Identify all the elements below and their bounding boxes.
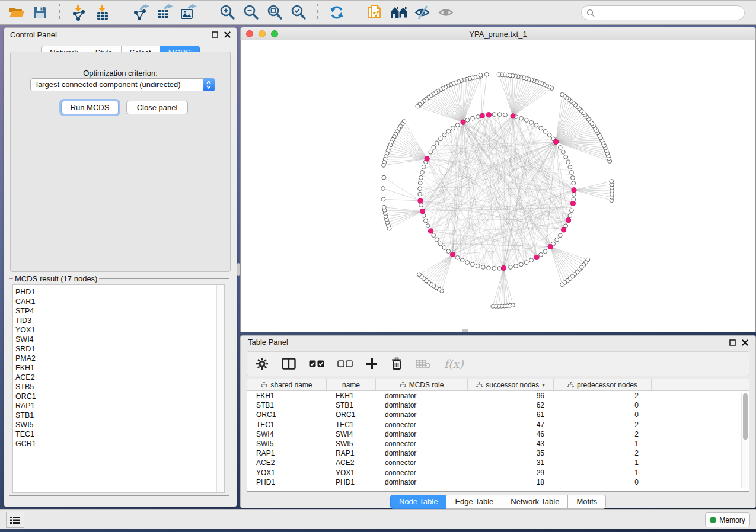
graph-node[interactable]	[514, 264, 518, 268]
graph-node[interactable]	[492, 113, 496, 117]
mcds-result-item[interactable]: ACE2	[13, 373, 224, 382]
export-network-button[interactable]	[129, 2, 153, 23]
list-scrollbar[interactable]	[216, 285, 224, 492]
memory-button[interactable]: Memory	[705, 512, 750, 527]
graph-node[interactable]	[479, 73, 483, 78]
export-image-button[interactable]	[177, 2, 200, 23]
optimization-criterion-select[interactable]: largest connected component (undirected)	[30, 78, 215, 91]
delete-column-icon[interactable]	[391, 357, 403, 370]
refresh-view-button[interactable]	[325, 2, 349, 23]
table-row[interactable]: RAP1RAP1dominator352	[247, 448, 749, 458]
graph-node[interactable]	[416, 104, 420, 108]
mcds-result-item[interactable]: TID3	[13, 316, 224, 325]
mcds-result-item[interactable]: YOX1	[13, 325, 224, 335]
graph-node[interactable]	[572, 192, 576, 196]
close-panel-icon[interactable]	[742, 339, 748, 346]
graph-hub-node[interactable]	[534, 255, 539, 259]
column-header-successor-nodes[interactable]: successor nodes▾	[468, 379, 554, 390]
graph-node[interactable]	[432, 233, 436, 238]
graph-node[interactable]	[470, 262, 474, 267]
graph-node[interactable]	[446, 249, 451, 254]
graph-node[interactable]	[435, 238, 439, 242]
table-row[interactable]: ACE2ACE2connector311	[247, 458, 749, 467]
graph-node[interactable]	[543, 129, 547, 133]
graph-node[interactable]	[566, 160, 570, 164]
mcds-result-item[interactable]: RAP1	[13, 401, 224, 411]
graph-node[interactable]	[382, 205, 386, 209]
graph-hub-node[interactable]	[570, 201, 575, 206]
graph-node[interactable]	[560, 92, 564, 97]
graph-node[interactable]	[451, 126, 455, 130]
graph-hub-node[interactable]	[480, 113, 484, 118]
add-column-icon[interactable]	[366, 358, 378, 370]
table-row[interactable]: STB1STB1dominator620	[247, 400, 749, 410]
graph-node[interactable]	[558, 233, 562, 238]
first-neighbors-button[interactable]	[387, 2, 411, 23]
graph-node[interactable]	[492, 267, 496, 271]
graph-node[interactable]	[418, 187, 422, 191]
graph-node[interactable]	[471, 116, 475, 120]
table-row[interactable]: SWI4SWI4dominator462	[247, 430, 749, 439]
mcds-result-item[interactable]: STB5	[13, 382, 224, 392]
graph-node[interactable]	[476, 264, 480, 268]
hide-selected-button[interactable]	[411, 2, 435, 23]
graph-node[interactable]	[529, 120, 534, 124]
graph-node[interactable]	[555, 238, 559, 242]
graph-hub-node[interactable]	[501, 265, 506, 270]
graph-node[interactable]	[423, 219, 428, 223]
graph-node[interactable]	[382, 164, 386, 168]
mcds-result-item[interactable]: STB1	[13, 411, 224, 420]
graph-node[interactable]	[422, 214, 426, 218]
graph-hub-node[interactable]	[425, 156, 429, 161]
column-header-shared-name[interactable]: shared name	[247, 379, 327, 390]
table-scrollbar[interactable]	[741, 393, 748, 488]
graph-node[interactable]	[519, 262, 524, 267]
save-session-button[interactable]	[28, 2, 52, 23]
graph-node[interactable]	[419, 175, 423, 180]
mcds-result-item[interactable]: ORC1	[13, 392, 224, 401]
graph-node[interactable]	[418, 181, 422, 185]
deselect-all-rows-icon[interactable]	[337, 360, 353, 367]
graph-node[interactable]	[491, 304, 495, 308]
column-header-predecessor-nodes[interactable]: predecessor nodes	[554, 379, 652, 390]
graph-node[interactable]	[455, 123, 460, 127]
column-header-name[interactable]: name	[327, 379, 376, 390]
open-file-button[interactable]	[5, 2, 28, 23]
graph-node[interactable]	[564, 224, 568, 228]
delete-table-icon[interactable]	[416, 358, 431, 369]
import-network-button[interactable]	[67, 2, 91, 23]
graph-node[interactable]	[572, 181, 576, 185]
graph-node[interactable]	[558, 146, 562, 150]
import-table-button[interactable]	[91, 2, 114, 23]
mcds-result-item[interactable]: GCR1	[13, 439, 224, 448]
search-input[interactable]	[581, 5, 745, 20]
float-panel-icon[interactable]	[729, 339, 736, 346]
graph-node[interactable]	[539, 126, 543, 130]
select-all-rows-icon[interactable]	[309, 360, 324, 367]
graph-node[interactable]	[417, 273, 422, 277]
graph-hub-node[interactable]	[572, 188, 576, 193]
float-panel-icon[interactable]	[212, 31, 218, 38]
graph-node[interactable]	[418, 192, 422, 196]
mcds-result-list[interactable]: PHD1CAR1STP4TID3YOX1SWI4SRD1PMA2FKH1ACE2…	[12, 284, 225, 493]
graph-node[interactable]	[426, 224, 430, 228]
graph-node[interactable]	[543, 249, 547, 254]
graph-hub-node[interactable]	[420, 209, 425, 214]
mcds-result-item[interactable]: SRD1	[13, 344, 224, 354]
export-table-button[interactable]	[153, 2, 177, 23]
split-table-icon[interactable]	[282, 358, 296, 370]
network-graph[interactable]	[241, 40, 755, 331]
graph-node[interactable]	[419, 203, 423, 207]
graph-node[interactable]	[438, 242, 442, 246]
zoom-fit-button[interactable]	[263, 2, 286, 23]
tab-edge-table[interactable]: Edge Table	[446, 495, 502, 509]
table-row[interactable]: YOX1YOX1connector291	[247, 468, 749, 477]
column-header-MCDS-role[interactable]: MCDS role	[376, 379, 468, 390]
graph-hub-node[interactable]	[561, 227, 566, 232]
graph-node[interactable]	[442, 246, 446, 250]
function-builder-icon[interactable]: f(x)	[444, 357, 464, 370]
graph-node[interactable]	[487, 266, 491, 270]
graph-hub-node[interactable]	[450, 252, 455, 257]
graph-node[interactable]	[561, 150, 565, 154]
graph-hub-node[interactable]	[553, 139, 558, 144]
